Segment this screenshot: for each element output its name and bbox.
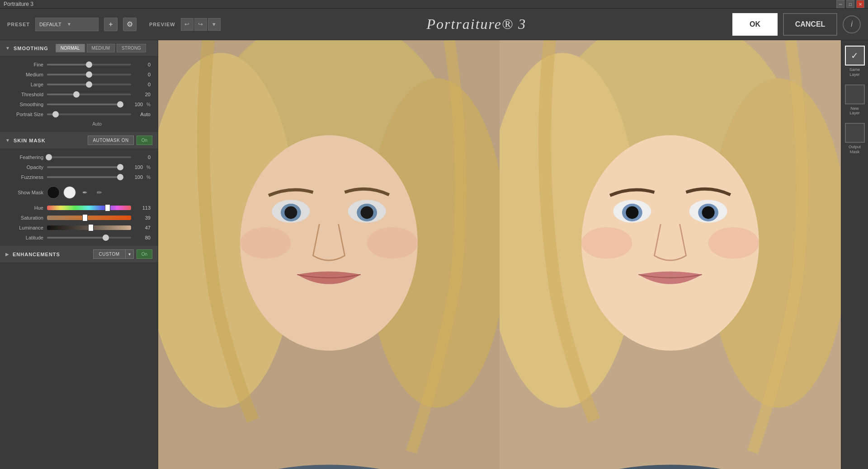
- smoothing-value: 100: [127, 102, 143, 107]
- large-slider[interactable]: [47, 84, 131, 85]
- automask-btn[interactable]: AUTOMASK ON: [88, 136, 133, 145]
- svg-point-20: [626, 206, 638, 219]
- custom-dropdown-btn[interactable]: ▾: [126, 249, 134, 259]
- hue-value: 113: [135, 205, 151, 211]
- saturation-label: Saturation: [7, 215, 43, 220]
- mask-white-btn[interactable]: [63, 186, 76, 199]
- latitude-slider[interactable]: [47, 237, 131, 239]
- large-label: Large: [7, 82, 43, 87]
- opacity-label: Opacity: [7, 164, 43, 170]
- right-panel: ✓ SameLayer NewLayer OutputMask: [841, 40, 868, 469]
- preview-processed: [500, 40, 841, 469]
- smoothing-slider[interactable]: [47, 103, 123, 105]
- minimize-btn[interactable]: ─: [836, 0, 844, 8]
- preview-area: − + 147% ▾ □ ▬ ⊡: [158, 40, 841, 469]
- preview-images: [158, 40, 841, 469]
- smoothing-slider-label: Smoothing: [7, 102, 43, 107]
- same-layer-label: SameLayer: [849, 67, 860, 77]
- fine-label: Fine: [7, 62, 43, 67]
- svg-point-23: [702, 206, 715, 219]
- opacity-slider[interactable]: [47, 166, 123, 168]
- luminance-value: 47: [135, 225, 151, 230]
- skin-mask-sliders: Feathering 0 Opacity 100 %: [0, 149, 158, 246]
- feathering-value: 0: [135, 155, 151, 160]
- settings-btn[interactable]: ⚙: [123, 18, 137, 31]
- feathering-slider-row: Feathering 0: [7, 155, 151, 160]
- threshold-value: 20: [135, 92, 151, 97]
- skin-mask-title: SKIN MASK: [14, 138, 46, 143]
- portrait-size-value: Auto: [135, 112, 151, 117]
- show-mask-row: Show Mask ✒ ✏: [7, 184, 151, 201]
- eyedrop-sub-btn[interactable]: ✏: [94, 187, 105, 198]
- medium-value: 0: [135, 72, 151, 77]
- skin-mask-on-btn[interactable]: On: [137, 136, 152, 145]
- feathering-label: Feathering: [7, 155, 43, 160]
- medium-slider[interactable]: [47, 74, 131, 75]
- cancel-button[interactable]: CANCEL: [783, 13, 837, 36]
- app: PRESET DEFAULT ▼ + ⚙ PREVIEW ↩ ↪ ▾ Portr…: [0, 9, 868, 469]
- left-panel: ▼ SMOOTHING NORMAL MEDIUM STRONG Fine 0: [0, 40, 158, 469]
- feathering-slider[interactable]: [47, 156, 131, 158]
- opacity-pct: %: [146, 165, 151, 170]
- preview-label: PREVIEW: [149, 22, 175, 27]
- history-dropdown-btn[interactable]: ▾: [208, 18, 221, 31]
- preset-label: PRESET: [7, 22, 30, 27]
- threshold-slider[interactable]: [47, 94, 131, 95]
- smoothing-tabs: NORMAL MEDIUM STRONG: [56, 44, 146, 52]
- smoothing-pct: %: [146, 102, 151, 107]
- info-button[interactable]: i: [843, 15, 861, 33]
- title-bar: Portraiture 3 ─ □ ✕: [0, 0, 868, 9]
- window-controls: ─ □ ✕: [836, 0, 864, 8]
- mask-black-btn[interactable]: [47, 186, 60, 199]
- undo-btn[interactable]: ↩: [181, 18, 193, 31]
- ok-button[interactable]: OK: [732, 13, 778, 36]
- latitude-slider-row: Latitude 80: [7, 235, 151, 240]
- new-layer-label: NewLayer: [849, 106, 860, 116]
- smoothing-arrow-icon: ▼: [5, 46, 10, 51]
- luminance-slider-row: Luminance 47: [7, 225, 151, 230]
- portrait-size-label: Portrait Size: [7, 112, 43, 117]
- svg-point-24: [581, 227, 632, 259]
- maximize-btn[interactable]: □: [846, 0, 854, 8]
- output-mask-option[interactable]: OutputMask: [843, 121, 867, 156]
- threshold-label: Threshold: [7, 92, 43, 97]
- new-layer-box: [845, 84, 865, 104]
- custom-btn-group: CUSTOM ▾: [93, 249, 134, 259]
- enhancements-section-header[interactable]: ▶ ENHANCEMENTS CUSTOM ▾ On: [0, 246, 158, 263]
- output-mask-box: [845, 123, 865, 143]
- enhancements-on-btn[interactable]: On: [137, 249, 152, 259]
- smoothing-title: SMOOTHING: [14, 46, 48, 51]
- saturation-slider[interactable]: [47, 216, 131, 220]
- svg-point-11: [240, 227, 291, 259]
- new-layer-option[interactable]: NewLayer: [843, 83, 867, 118]
- hue-slider[interactable]: [47, 206, 131, 210]
- fine-slider[interactable]: [47, 64, 131, 66]
- preset-dropdown[interactable]: DEFAULT ▼: [35, 18, 99, 31]
- threshold-slider-row: Threshold 20: [7, 92, 151, 97]
- tab-normal[interactable]: NORMAL: [56, 44, 85, 52]
- luminance-slider[interactable]: [47, 225, 131, 230]
- fine-slider-row: Fine 0: [7, 62, 151, 67]
- eyedrop-add-btn[interactable]: ✒: [80, 187, 90, 198]
- skin-mask-section-header[interactable]: ▼ SKIN MASK AUTOMASK ON On: [0, 132, 158, 149]
- tab-medium[interactable]: MEDIUM: [87, 44, 115, 52]
- show-mask-label: Show Mask: [7, 190, 43, 195]
- tab-strong[interactable]: STRONG: [117, 44, 146, 52]
- large-slider-row: Large 0: [7, 82, 151, 87]
- svg-point-7: [284, 206, 297, 219]
- redo-btn[interactable]: ↪: [194, 18, 207, 31]
- close-btn[interactable]: ✕: [856, 0, 864, 8]
- fuzziness-slider[interactable]: [47, 176, 123, 178]
- portrait-size-slider[interactable]: [47, 113, 131, 115]
- same-layer-option[interactable]: ✓ SameLayer: [843, 44, 867, 79]
- preview-original: [158, 40, 500, 469]
- custom-btn[interactable]: CUSTOM: [93, 249, 126, 259]
- add-preset-btn[interactable]: +: [104, 18, 118, 31]
- smoothing-section-header[interactable]: ▼ SMOOTHING NORMAL MEDIUM STRONG: [0, 40, 158, 56]
- portrait-auto-label: Auto: [43, 122, 151, 127]
- preset-value: DEFAULT: [39, 22, 67, 27]
- portrait-size-slider-row: Portrait Size Auto: [7, 112, 151, 117]
- saturation-value: 39: [135, 215, 151, 220]
- toolbar: PRESET DEFAULT ▼ + ⚙ PREVIEW ↩ ↪ ▾ Portr…: [0, 9, 868, 40]
- show-mask-controls: ✒ ✏: [47, 184, 105, 201]
